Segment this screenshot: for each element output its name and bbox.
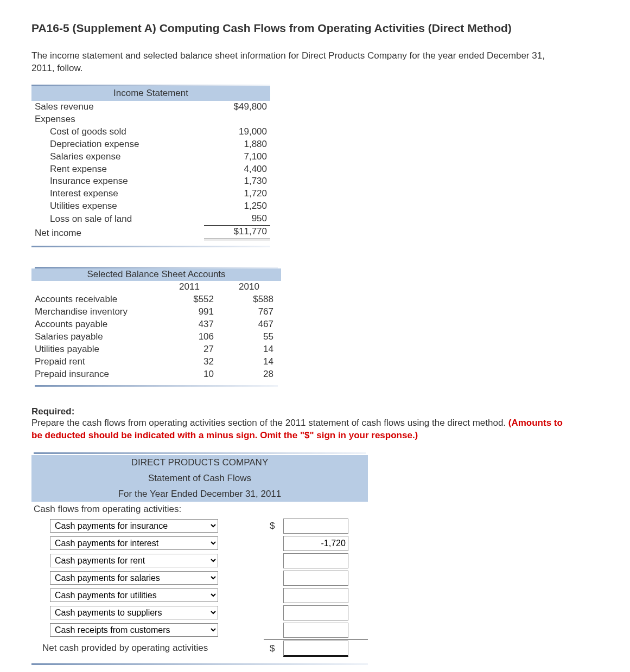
bs-row-2011: 106	[162, 331, 221, 343]
is-row-value: 19,000	[204, 126, 270, 138]
income-statement-header: Income Statement	[31, 86, 270, 101]
cash-flow-input[interactable]	[283, 571, 348, 586]
bs-row-2011: $552	[162, 293, 221, 306]
income-statement-table: Income Statement Sales revenue$49,800Exp…	[31, 85, 599, 247]
dollar-sign	[264, 587, 281, 604]
is-row-label: Cost of goods sold	[31, 126, 204, 138]
bs-row-2011: 32	[162, 356, 221, 368]
cash-flow-input[interactable]	[283, 536, 348, 551]
net-cash-label: Net cash provided by operating activitie…	[31, 639, 264, 658]
dollar-sign: $	[264, 517, 281, 535]
bs-row-label: Utilities payable	[31, 343, 162, 356]
bs-row-2010: $588	[221, 293, 281, 306]
is-row-value: 1,250	[204, 200, 270, 213]
bs-row-label: Accounts payable	[31, 318, 162, 331]
is-row-value: 1,730	[204, 175, 270, 188]
bs-row-2010: 55	[221, 331, 281, 343]
bs-row-2010: 28	[221, 368, 281, 381]
net-income-value: $11,770	[204, 226, 270, 240]
is-row-value	[204, 113, 270, 126]
is-row-label: Utilities expense	[31, 200, 204, 213]
is-row-value: $49,800	[204, 101, 270, 113]
bs-row-2011: 10	[162, 368, 221, 381]
cash-flow-select[interactable]: Cash payments for rent	[50, 554, 218, 567]
bs-row-label: Merchandise inventory	[31, 306, 162, 318]
is-row-label: Insurance expense	[31, 175, 204, 188]
net-cash-input[interactable]	[283, 641, 348, 657]
is-row-value: 4,400	[204, 163, 270, 176]
cash-flow-select[interactable]: Cash payments for insurance	[50, 519, 218, 533]
page-title: PA16-5 (Supplement A) Computing Cash Flo…	[31, 22, 599, 35]
answer-table: DIRECT PRODUCTS COMPANY Statement of Cas…	[31, 451, 368, 658]
is-row-label: Loss on sale of land	[31, 213, 204, 225]
bs-row-2011: 437	[162, 318, 221, 331]
dollar-sign	[264, 552, 281, 569]
bs-row-2010: 14	[221, 356, 281, 368]
is-row-label: Sales revenue	[31, 101, 204, 113]
is-row-label: Rent expense	[31, 163, 204, 176]
dollar-sign	[264, 569, 281, 587]
cash-flow-input[interactable]	[283, 553, 348, 568]
cash-flow-select[interactable]: Cash payments for salaries	[50, 571, 218, 585]
is-row-label: Interest expense	[31, 188, 204, 200]
bs-row-label: Prepaid rent	[31, 356, 162, 368]
dollar-sign	[264, 535, 281, 552]
is-row-value: 1,720	[204, 188, 270, 200]
statement-name: Statement of Cash Flows	[31, 471, 368, 487]
bs-row-2010: 14	[221, 343, 281, 356]
bs-row-label: Salaries payable	[31, 331, 162, 343]
period-label: For the Year Ended December 31, 2011	[31, 487, 368, 502]
is-row-label: Depreciation expense	[31, 138, 204, 151]
is-row-label: Salaries expense	[31, 151, 204, 163]
cash-flow-input[interactable]	[283, 623, 348, 638]
net-dollar-sign: $	[264, 639, 281, 658]
year-2010: 2010	[221, 281, 281, 293]
is-row-label: Expenses	[31, 113, 204, 126]
is-row-value: 1,880	[204, 138, 270, 151]
year-2011: 2011	[162, 281, 221, 293]
cash-flow-select[interactable]: Cash receipts from customers	[50, 623, 218, 637]
bs-row-2010: 767	[221, 306, 281, 318]
bs-row-label: Accounts receivable	[31, 293, 162, 306]
cash-flow-select[interactable]: Cash payments for interest	[50, 536, 218, 550]
bs-row-2011: 991	[162, 306, 221, 318]
intro-text: The income statement and selected balanc…	[31, 50, 563, 75]
is-row-value: 7,100	[204, 151, 270, 163]
bs-row-2011: 27	[162, 343, 221, 356]
is-row-value: 950	[204, 213, 270, 225]
required-text: Prepare the cash flows from operating ac…	[31, 417, 574, 442]
cash-flow-input[interactable]	[283, 519, 348, 534]
balance-sheet-header: Selected Balance Sheet Accounts	[31, 268, 281, 281]
required-label: Required:	[31, 406, 599, 417]
dollar-sign	[264, 622, 281, 639]
section-title: Cash flows from operating activities:	[31, 502, 368, 517]
company-name: DIRECT PRODUCTS COMPANY	[31, 455, 368, 471]
required-body: Prepare the cash flows from operating ac…	[31, 418, 508, 428]
cash-flow-select[interactable]: Cash payments to suppliers	[50, 606, 218, 619]
net-income-label: Net income	[31, 226, 204, 240]
dollar-sign	[264, 604, 281, 622]
cash-flow-select[interactable]: Cash payments for utilities	[50, 588, 218, 602]
cash-flow-input[interactable]	[283, 588, 348, 603]
balance-sheet-table: Selected Balance Sheet Accounts 2011 201…	[31, 267, 599, 386]
bs-row-label: Prepaid insurance	[31, 368, 162, 381]
bs-row-2010: 467	[221, 318, 281, 331]
cash-flow-input[interactable]	[283, 605, 348, 620]
